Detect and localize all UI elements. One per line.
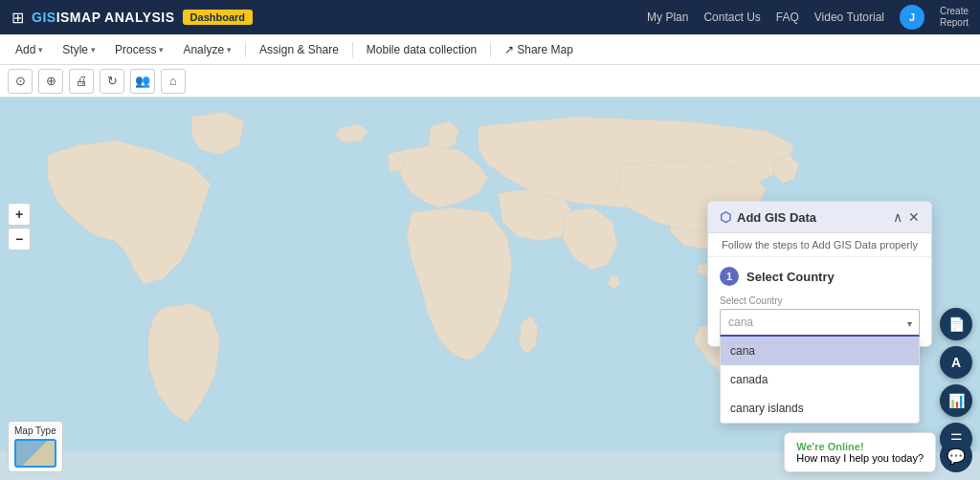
fab-document-button[interactable]: 📄 (940, 308, 972, 340)
add-gis-data-panel: ⬡ Add GIS Data ∧ ✕ Follow the steps to A… (707, 201, 932, 347)
zoom-in-button[interactable]: + (8, 203, 31, 226)
panel-body: 1 Select Country Select Country ▾ cana c… (708, 257, 931, 346)
step-1-number: 1 (720, 267, 739, 286)
nav-add-chevron: ▾ (38, 45, 43, 55)
tool-refresh[interactable]: ↻ (100, 69, 124, 94)
gis-data-icon: ⬡ (720, 209, 731, 225)
nav-assign-share-label: Assign & Share (259, 43, 339, 56)
dashboard-badge[interactable]: Dashboard (183, 10, 253, 25)
step-1-label: Select Country (746, 270, 835, 284)
map-area[interactable]: + − Map Type ⬡ Add GIS Data ∧ ✕ Follow t… (0, 98, 980, 480)
dropdown-item-cana[interactable]: cana (721, 337, 919, 365)
create-report-button[interactable]: CreateReport (940, 6, 969, 29)
country-field-label: Select Country (720, 295, 920, 306)
dropdown-item-canary-islands[interactable]: canary islands (721, 394, 919, 423)
nav-analyze-chevron: ▾ (227, 45, 232, 55)
grid-icon[interactable]: ⊞ (11, 9, 24, 27)
country-select-input[interactable] (720, 309, 920, 337)
nav-process-label: Process (115, 43, 156, 56)
brand-separator: ISMAP (56, 10, 104, 25)
panel-subtitle: Follow the steps to Add GIS Data properl… (708, 233, 931, 257)
nav-divider-2 (352, 42, 353, 57)
map-toolbar: ⊙ ⊕ 🖨 ↻ 👥 ⌂ (0, 65, 980, 98)
video-tutorial-link[interactable]: Video Tutorial (814, 11, 884, 24)
nav-divider-1 (245, 42, 246, 57)
nav-style-chevron: ▾ (91, 45, 96, 55)
nav-style[interactable]: Style ▾ (55, 39, 103, 60)
panel-controls: ∧ ✕ (893, 209, 920, 225)
nav-mobile-data-label: Mobile data collection (367, 43, 477, 56)
my-plan-link[interactable]: My Plan (647, 11, 688, 24)
dropdown-item-canada[interactable]: canada (721, 365, 919, 394)
brand-text: GISISMAP ANALYSIS (32, 10, 175, 25)
faq-link[interactable]: FAQ (776, 11, 799, 24)
share-icon: ↗ (504, 43, 514, 56)
nav-analyze[interactable]: Analyze ▾ (175, 39, 239, 60)
chat-online-label: We're Online! (796, 441, 924, 452)
top-navigation: ⊞ GISISMAP ANALYSIS Dashboard My Plan Co… (0, 0, 980, 34)
map-type-label: Map Type (14, 425, 56, 436)
panel-close-button[interactable]: ✕ (908, 209, 920, 225)
tool-users[interactable]: 👥 (130, 69, 155, 94)
right-fab-stack: 📄 A 📊 ☰ (940, 308, 972, 455)
map-zoom-controls: + − (8, 203, 31, 251)
tool-home[interactable]: ⌂ (161, 69, 186, 94)
panel-title-text: Add GIS Data (737, 210, 816, 225)
panel-header: ⬡ Add GIS Data ∧ ✕ (708, 202, 931, 233)
step-1-row: 1 Select Country (720, 267, 920, 286)
nav-style-label: Style (62, 43, 88, 56)
nav-share-map-label: Share Map (517, 43, 573, 56)
tool-zoom-region[interactable]: ⊕ (38, 69, 63, 94)
gis-label: GIS (32, 10, 56, 25)
nav-add-label: Add (15, 43, 35, 56)
tool-location[interactable]: ⊙ (8, 69, 33, 94)
nav-share-map[interactable]: ↗ Share Map (497, 39, 581, 60)
zoom-out-button[interactable]: − (8, 228, 31, 251)
map-type-selector[interactable]: Map Type (8, 421, 63, 472)
nav-divider-3 (490, 42, 491, 57)
top-nav-links: My Plan Contact Us FAQ Video Tutorial J … (647, 5, 969, 30)
nav-process-chevron: ▾ (159, 45, 164, 55)
nav-assign-share[interactable]: Assign & Share (252, 39, 346, 60)
second-navigation: Add ▾ Style ▾ Process ▾ Analyze ▾ Assign… (0, 34, 980, 65)
chat-message: How may I help you today? (796, 452, 924, 464)
country-select-wrapper: ▾ cana canada canary islands (720, 309, 920, 337)
nav-mobile-data[interactable]: Mobile data collection (359, 39, 484, 60)
panel-collapse-button[interactable]: ∧ (893, 209, 902, 225)
chat-widget: We're Online! How may I help you today? (784, 432, 936, 472)
contact-us-link[interactable]: Contact Us (703, 11, 760, 24)
analysis-label: ANALYSIS (104, 10, 175, 25)
fab-chart-button[interactable]: 📊 (940, 384, 972, 417)
map-thumbnail[interactable] (14, 439, 56, 468)
nav-add[interactable]: Add ▾ (8, 39, 51, 60)
brand-section: ⊞ GISISMAP ANALYSIS Dashboard (11, 9, 253, 27)
user-avatar[interactable]: J (900, 5, 924, 30)
nav-analyze-label: Analyze (183, 43, 224, 56)
panel-title: ⬡ Add GIS Data (720, 209, 816, 225)
country-dropdown-list: cana canada canary islands (720, 337, 920, 424)
tool-print[interactable]: 🖨 (69, 69, 94, 94)
chat-bubble-button[interactable]: 💬 (940, 440, 972, 472)
fab-annotation-button[interactable]: A (940, 346, 972, 379)
nav-process[interactable]: Process ▾ (107, 39, 171, 60)
